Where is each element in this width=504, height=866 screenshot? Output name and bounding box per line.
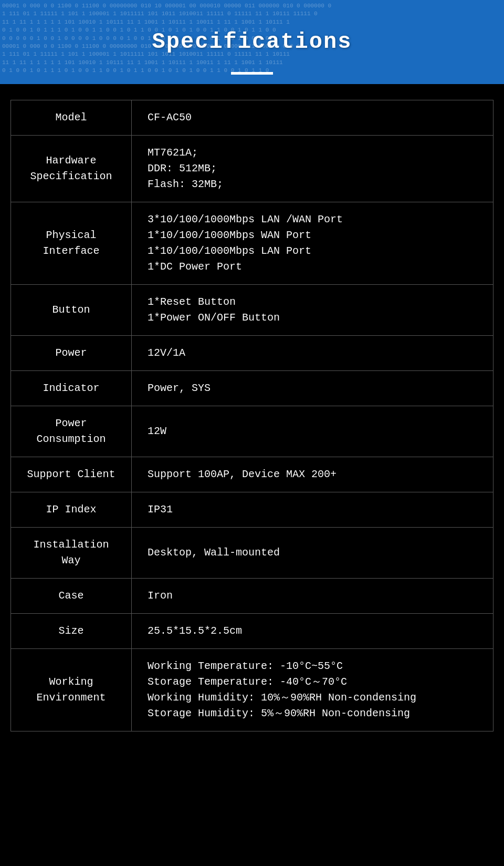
row-value: Support 100AP, Device MAX 200+: [132, 457, 494, 492]
header-underline: [231, 72, 273, 75]
row-label: Power: [11, 336, 132, 371]
row-label: Support Client: [11, 457, 132, 492]
table-row: CaseIron: [11, 579, 494, 614]
table-row: Physical Interface3*10/100/1000Mbps LAN …: [11, 202, 494, 285]
table-row: IndicatorPower, SYS: [11, 371, 494, 406]
row-label: Case: [11, 579, 132, 614]
row-value: 3*10/100/1000Mbps LAN /WAN Port1*10/100/…: [132, 202, 494, 285]
row-value: 12W: [132, 406, 494, 457]
row-label: Model: [11, 100, 132, 136]
row-label: Physical Interface: [11, 202, 132, 285]
row-value: Desktop, Wall-mounted: [132, 528, 494, 579]
row-label: Working Environment: [11, 649, 132, 731]
page-title: Specifications: [152, 29, 352, 55]
row-label: Indicator: [11, 371, 132, 406]
table-row: Power12V/1A: [11, 336, 494, 371]
row-value: CF-AC50: [132, 100, 494, 136]
row-value: Power, SYS: [132, 371, 494, 406]
row-value: 12V/1A: [132, 336, 494, 371]
table-row: ModelCF-AC50: [11, 100, 494, 136]
row-label: Installation Way: [11, 528, 132, 579]
table-row: Power Consumption12W: [11, 406, 494, 457]
row-label: IP Index: [11, 492, 132, 528]
table-row: Support ClientSupport 100AP, Device MAX …: [11, 457, 494, 492]
row-value: Working Temperature: -10°C~55°CStorage T…: [132, 649, 494, 731]
header-section: 00001 0 000 0 0 1100 0 11100 0 00000000 …: [0, 0, 504, 84]
row-label: Power Consumption: [11, 406, 132, 457]
row-label: Hardware Specification: [11, 136, 132, 202]
row-value: Iron: [132, 579, 494, 614]
row-value: 25.5*15.5*2.5cm: [132, 614, 494, 649]
table-row: Size25.5*15.5*2.5cm: [11, 614, 494, 649]
row-value: 1*Reset Button1*Power ON/OFF Button: [132, 285, 494, 336]
table-row: Hardware SpecificationMT7621A;DDR: 512MB…: [11, 136, 494, 202]
row-value: MT7621A;DDR: 512MB;Flash: 32MB;: [132, 136, 494, 202]
row-label: Size: [11, 614, 132, 649]
table-row: Button1*Reset Button1*Power ON/OFF Butto…: [11, 285, 494, 336]
row-label: Button: [11, 285, 132, 336]
table-row: Installation WayDesktop, Wall-mounted: [11, 528, 494, 579]
row-value: IP31: [132, 492, 494, 528]
table-row: Working EnvironmentWorking Temperature: …: [11, 649, 494, 731]
specs-table: ModelCF-AC50Hardware SpecificationMT7621…: [10, 100, 494, 731]
table-row: IP IndexIP31: [11, 492, 494, 528]
main-content: ModelCF-AC50Hardware SpecificationMT7621…: [0, 84, 504, 742]
